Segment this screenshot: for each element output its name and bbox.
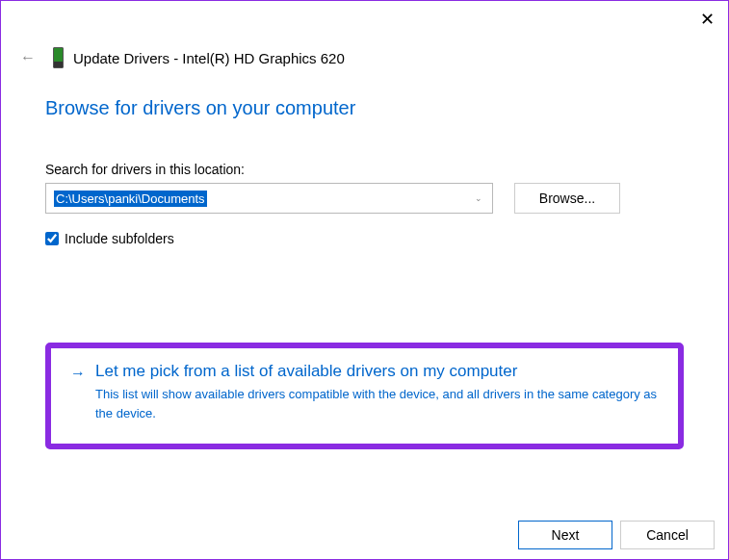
dialog-header: ← Update Drivers - Intel(R) HD Graphics …	[1, 1, 728, 68]
search-location-label: Search for drivers in this location:	[45, 162, 684, 177]
device-icon	[53, 47, 64, 68]
path-row: C:\Users\panki\Documents ⌄ Browse...	[45, 183, 684, 214]
dialog-title: Update Drivers - Intel(R) HD Graphics 62…	[73, 50, 345, 66]
browse-button[interactable]: Browse...	[514, 183, 620, 214]
next-button[interactable]: Next	[518, 521, 612, 549]
pick-from-list-option[interactable]: → Let me pick from a list of available d…	[45, 343, 684, 449]
dialog-window: ✕ ← Update Drivers - Intel(R) HD Graphic…	[0, 0, 729, 560]
include-subfolders-row: Include subfolders	[45, 231, 684, 246]
dialog-footer: Next Cancel	[518, 521, 715, 549]
option-title: Let me pick from a list of available dri…	[95, 362, 659, 381]
dialog-content: Browse for drivers on your computer Sear…	[1, 68, 728, 449]
path-value: C:\Users\panki\Documents	[54, 191, 207, 207]
back-arrow-icon[interactable]: ←	[20, 49, 36, 66]
include-subfolders-label[interactable]: Include subfolders	[65, 231, 174, 246]
chevron-down-icon: ⌄	[475, 193, 482, 203]
path-combobox[interactable]: C:\Users\panki\Documents ⌄	[45, 183, 493, 214]
option-description: This list will show available drivers co…	[95, 385, 659, 422]
close-button[interactable]: ✕	[700, 9, 715, 30]
arrow-right-icon: →	[70, 365, 86, 382]
cancel-button[interactable]: Cancel	[620, 521, 715, 549]
include-subfolders-checkbox[interactable]	[45, 232, 59, 245]
page-heading: Browse for drivers on your computer	[45, 97, 684, 119]
